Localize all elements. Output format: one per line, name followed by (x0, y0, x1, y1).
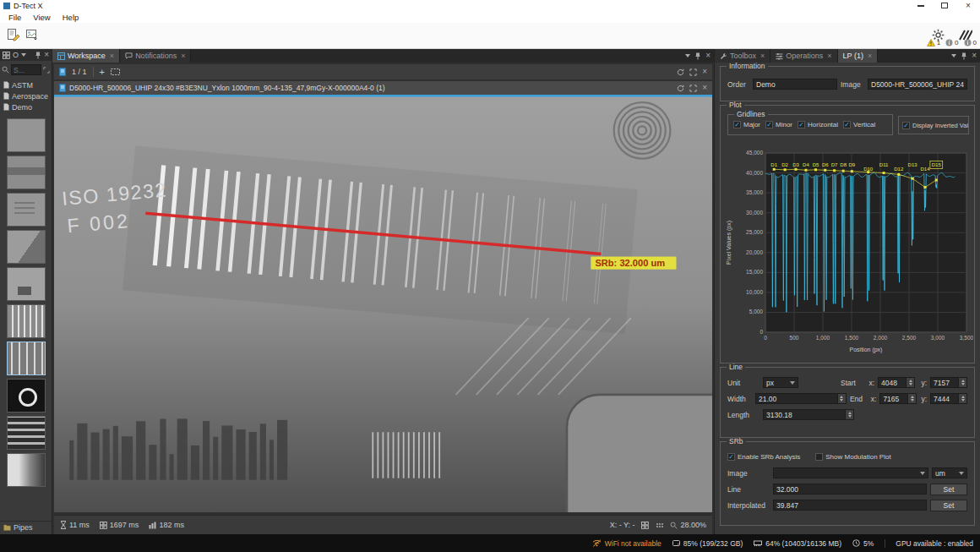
close-panel-button[interactable]: × (705, 52, 710, 60)
thumbnail-9[interactable] (7, 416, 46, 450)
menu-file[interactable]: File (3, 13, 27, 22)
zoom-in-button[interactable]: + (100, 67, 105, 77)
message-badge[interactable]: 0 (964, 39, 977, 46)
tab-close-icon[interactable]: × (827, 52, 831, 60)
search-input[interactable] (11, 64, 41, 75)
info-badge[interactable]: 0 (945, 39, 958, 46)
pixel-grid-icon[interactable] (656, 522, 663, 529)
chevron-down-icon[interactable] (951, 54, 956, 57)
length-input[interactable] (763, 409, 846, 420)
unit-dropdown[interactable]: px (763, 377, 798, 388)
thumbnail-5[interactable] (7, 267, 46, 301)
checkbox-box[interactable]: ✓ (902, 122, 910, 129)
close-panel-button[interactable]: × (972, 52, 977, 60)
xray-image[interactable]: ISO 19232 F 002 SRb: 32.000 um (54, 95, 712, 512)
checkbox-enable-srb-analysis[interactable]: ✓Enable SRb Analysis (727, 453, 800, 461)
export-image-button[interactable] (24, 26, 41, 43)
pin-icon[interactable] (961, 52, 967, 60)
checkbox-vertical[interactable]: ✓Vertical (843, 121, 875, 128)
end-y-spinner[interactable] (959, 393, 967, 404)
sidebar-item-pipes[interactable]: Pipes (0, 521, 52, 533)
expand-search-icon[interactable] (43, 67, 50, 74)
pin-icon[interactable] (35, 52, 41, 59)
thumbnail-10[interactable] (7, 453, 46, 487)
thumbnail-4[interactable] (7, 230, 46, 264)
marquee-select-icon[interactable] (111, 68, 120, 75)
tree-item-astm[interactable]: ASTM (0, 79, 52, 90)
tab-close-icon[interactable]: × (110, 52, 114, 60)
end-x-spinner[interactable] (908, 393, 917, 404)
toolbox-icon (720, 52, 727, 60)
srb-interpolated-input[interactable] (773, 500, 927, 511)
thumbnail-8[interactable] (7, 379, 46, 413)
profile-chart[interactable]: 05001,0001,5002,0002,5003,0003,50005,000… (723, 143, 973, 361)
gridlines-title: Gridlines (734, 111, 768, 118)
thumbnail-2[interactable] (7, 156, 46, 189)
menu-view[interactable]: View (27, 13, 56, 22)
maximize-button[interactable] (933, 0, 956, 11)
chevron-down-icon[interactable] (21, 53, 26, 57)
pin-icon[interactable] (694, 52, 701, 60)
tab-workspace[interactable]: Workspace× (52, 49, 120, 63)
srb-line-input[interactable] (773, 484, 927, 495)
start-y-input[interactable] (930, 377, 959, 388)
main-toolbar: 1 0 0 (0, 23, 980, 49)
srb-unit-dropdown[interactable]: um (932, 467, 967, 478)
close-panel-button[interactable]: × (44, 51, 49, 59)
fullscreen-icon[interactable] (689, 68, 697, 76)
checkbox-display-inverted-values[interactable]: ✓Display Inverted Values (902, 122, 969, 129)
thumbnail-6[interactable] (7, 304, 46, 338)
width-input[interactable] (755, 393, 838, 404)
srb-interpolated-set-button[interactable]: Set (930, 500, 967, 511)
tab-close-icon[interactable]: × (868, 52, 872, 60)
start-y-spinner[interactable] (959, 377, 967, 388)
tab-operations[interactable]: Operations× (770, 49, 837, 63)
checkbox-box[interactable] (815, 453, 823, 461)
thumbnail-7[interactable] (7, 342, 46, 375)
thumbnail-1[interactable] (7, 118, 46, 152)
checkbox-minor[interactable]: ✓Minor (765, 121, 792, 128)
checkbox-horizontal[interactable]: ✓Horizontal (798, 121, 838, 128)
checkbox-box[interactable]: ✓ (765, 121, 773, 128)
end-y-input[interactable] (930, 393, 959, 404)
warnings-badge[interactable]: 1 (927, 39, 940, 46)
checkbox-box[interactable]: ✓ (798, 121, 805, 128)
tab-lp-1[interactable]: LP (1)× (838, 49, 879, 63)
srb-image-dropdown[interactable] (773, 467, 928, 478)
tab-close-icon[interactable]: × (181, 52, 185, 60)
tab-label: Toolbox (730, 52, 756, 60)
refresh-icon[interactable] (677, 85, 684, 92)
checkbox-box[interactable]: ✓ (733, 121, 741, 128)
width-spinner[interactable] (838, 393, 847, 404)
image-name-input[interactable] (868, 79, 967, 90)
close-view-button[interactable]: × (702, 68, 707, 76)
edit-report-button[interactable] (5, 26, 22, 43)
checkbox-major[interactable]: ✓Major (733, 121, 760, 128)
checkbox-box[interactable]: ✓ (843, 121, 851, 128)
chevron-down-icon[interactable] (685, 54, 690, 57)
menu-help[interactable]: Help (57, 13, 85, 22)
srb-line-set-button[interactable]: Set (930, 484, 967, 495)
library-header-label[interactable]: O (13, 51, 19, 59)
tab-close-icon[interactable]: × (760, 52, 765, 60)
refresh-icon[interactable] (677, 68, 684, 76)
fullscreen-icon[interactable] (689, 85, 697, 92)
grid-toggle-icon[interactable] (641, 522, 649, 529)
tree-item-aerospace[interactable]: Aerospace (0, 90, 52, 101)
start-x-input[interactable] (878, 377, 906, 388)
checkbox-show-modulation-plot[interactable]: Show Modulation Plot (815, 453, 890, 461)
tab-toolbox[interactable]: Toolbox× (715, 49, 770, 63)
minimize-button[interactable] (909, 0, 933, 11)
checkbox-box[interactable]: ✓ (727, 453, 735, 461)
close-image-button[interactable]: × (702, 84, 707, 92)
end-x-input[interactable] (879, 393, 908, 404)
tab-notifications[interactable]: Notifications× (120, 49, 191, 63)
length-spinner[interactable] (846, 409, 854, 420)
tree-item-demo[interactable]: Demo (0, 101, 52, 112)
thumbnail-3[interactable] (7, 193, 46, 227)
zoom-level[interactable]: 28.00% (680, 521, 706, 529)
image-viewport[interactable]: ISO 19232 F 002 SRb: 32.000 um (54, 95, 712, 512)
order-input[interactable] (753, 79, 837, 90)
close-button[interactable]: × (956, 0, 980, 11)
start-x-spinner[interactable] (906, 377, 915, 388)
